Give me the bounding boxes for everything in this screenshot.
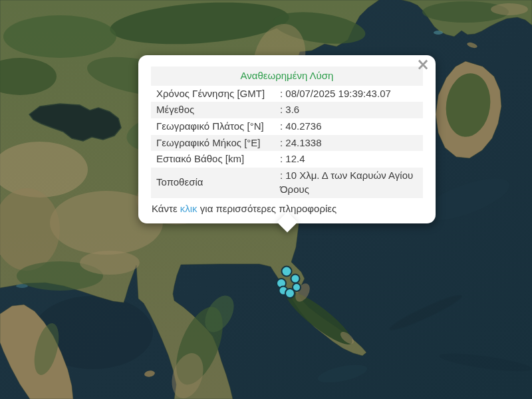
row-value: : 08/07/2025 19:39:43.07 [275,86,423,102]
more-info-link[interactable]: κλικ [180,203,198,214]
table-row: Χρόνος Γέννησης [GMT] : 08/07/2025 19:39… [151,86,423,102]
popup-title: Αναθεωρημένη Λύση [151,66,423,86]
row-value: : 40.2736 [275,118,423,135]
popup-title-row: Αναθεωρημένη Λύση [151,66,423,86]
shallow-water [434,31,443,35]
row-label: Γεωγραφικό Μήκος [°E] [151,135,275,152]
table-row: Εστιακό Βάθος [km] : 12.4 [151,151,423,168]
northeast-texture2 [491,3,528,15]
footer-suffix: για περισσότερες πληροφορίες [198,203,337,214]
row-value: : 3.6 [275,102,423,118]
footer-prefix: Κάντε [152,203,180,214]
shallow-water2 [16,284,28,288]
table-row: Γεωγραφικό Πλάτος [°N] : 40.2736 [151,118,423,135]
popup-close-button[interactable]: × [416,57,430,72]
table-row: Τοποθεσία : 10 Χλμ. Δ των Καρυών Αγίου Ό… [151,168,423,198]
row-label: Χρόνος Γέννησης [GMT] [151,86,275,102]
row-value: : 10 Χλμ. Δ των Καρυών Αγίου Όρους [275,168,423,198]
row-value: : 12.4 [275,151,423,168]
row-label: Τοποθεσία [151,168,275,198]
earthquake-popup: × Αναθεωρημένη Λύση Χρόνος Γέννησης [GMT… [138,55,436,223]
more-info-text: Κάντε κλικ για περισσότερες πληροφορίες [151,203,423,215]
earthquake-marker[interactable] [285,288,295,299]
table-row: Μέγεθος : 3.6 [151,102,423,118]
row-value: : 24.1338 [275,135,423,152]
row-label: Γεωγραφικό Πλάτος [°N] [151,118,275,135]
app-window: × Αναθεωρημένη Λύση Χρόνος Γέννησης [GMT… [0,0,532,399]
earthquake-info-table: Αναθεωρημένη Λύση Χρόνος Γέννησης [GMT] … [151,66,423,198]
row-label: Εστιακό Βάθος [km] [151,151,275,168]
table-row: Γεωγραφικό Μήκος [°E] : 24.1338 [151,135,423,152]
row-label: Μέγεθος [151,102,275,118]
